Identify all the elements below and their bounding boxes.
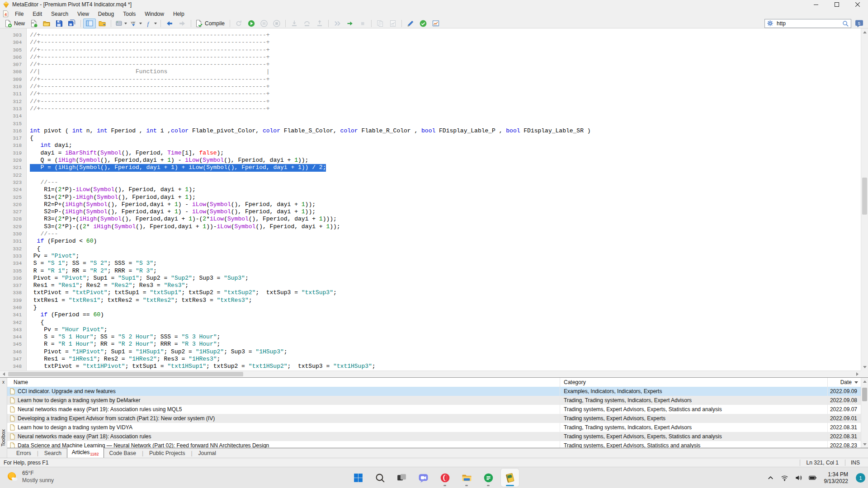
code-line-324[interactable]: 324 R1=(2*P)-iLow(Symbol(), Fperiod, day… bbox=[0, 186, 861, 193]
forward-button[interactable] bbox=[176, 19, 189, 28]
tab-search[interactable]: Search bbox=[39, 449, 67, 458]
table-scroll-up-arrow[interactable] bbox=[861, 378, 868, 385]
new-file-button[interactable]: New bbox=[3, 19, 28, 28]
column-header-name[interactable]: Name bbox=[7, 378, 560, 387]
tab-public-projects[interactable]: Public Projects bbox=[144, 449, 190, 458]
column-header-category[interactable]: Category bbox=[560, 378, 827, 387]
notification-count-badge[interactable]: 1 bbox=[856, 473, 865, 483]
close-button[interactable] bbox=[847, 0, 868, 9]
menu-search[interactable]: Search bbox=[47, 10, 73, 18]
code-line-331[interactable]: 331 if (Fperiod < 60) bbox=[0, 238, 861, 245]
compile-button[interactable]: Compile bbox=[193, 19, 227, 28]
code-line-343[interactable]: 343 Pv = "Hour Pivot"; bbox=[0, 326, 861, 333]
table-row[interactable]: Learn how to design a trading system by … bbox=[7, 396, 861, 405]
editor-vertical-scrollbar[interactable] bbox=[861, 28, 868, 371]
menu-help[interactable]: Help bbox=[169, 10, 189, 18]
taskbar-clock[interactable]: 1:34 PM 9/13/2022 bbox=[824, 471, 848, 485]
profiler-report-button[interactable] bbox=[387, 19, 399, 28]
code-line-329[interactable]: 329 S3=(2*P)-((2* iHigh(Symbol(), Fperio… bbox=[0, 223, 861, 230]
step-out-button[interactable] bbox=[313, 19, 326, 28]
profiler-button[interactable] bbox=[374, 19, 387, 28]
code-line-313[interactable]: 313//+----------------------------------… bbox=[0, 105, 861, 113]
code-line-330[interactable]: 330 //--- bbox=[0, 230, 861, 238]
column-header-date[interactable]: Date bbox=[827, 378, 861, 387]
code-line-305[interactable]: 305//+----------------------------------… bbox=[0, 47, 861, 54]
code-line-334[interactable]: 334 S = "S 1"; SS = "S 2"; SSS = "S 3"; bbox=[0, 260, 861, 267]
scroll-down-arrow[interactable] bbox=[861, 363, 868, 371]
table-scroll-thumb[interactable] bbox=[862, 388, 867, 401]
dropdown-caret-icon[interactable] bbox=[154, 23, 157, 24]
start-debugging-button[interactable] bbox=[245, 19, 258, 28]
code-line-323[interactable]: 323 //--- bbox=[0, 179, 861, 186]
code-line-346[interactable]: 346 Pivot = "1HPivot"; Sup1 = "1HSup1"; … bbox=[0, 348, 861, 356]
menu-window[interactable]: Window bbox=[140, 10, 169, 18]
breakpoint-button[interactable] bbox=[356, 19, 369, 28]
search-input[interactable] bbox=[776, 20, 842, 27]
code-line-326[interactable]: 326 R2=P+(iHigh(Symbol(), Fperiod,dayi +… bbox=[0, 201, 861, 208]
taskbar-search-icon[interactable] bbox=[371, 469, 389, 487]
menu-edit[interactable]: Edit bbox=[28, 10, 47, 18]
code-editor[interactable]: 303//+----------------------------------… bbox=[0, 28, 868, 371]
code-line-328[interactable]: 328 R3=(2*P)+(iHigh(Symbol(), Fperiod,da… bbox=[0, 216, 861, 223]
tab-code-base[interactable]: Code Base bbox=[104, 449, 142, 458]
new-project-button[interactable]: prj bbox=[28, 19, 40, 28]
code-line-318[interactable]: 318 int dayi; bbox=[0, 142, 861, 149]
code-line-332[interactable]: 332 { bbox=[0, 245, 861, 253]
check-cloud-button[interactable] bbox=[417, 19, 429, 28]
code-line-304[interactable]: 304//+----------------------------------… bbox=[0, 39, 861, 46]
insert-variable-button[interactable]: var bbox=[128, 19, 143, 28]
code-line-321[interactable]: 321 P = (iHigh(Symbol(), Fperiod, dayi +… bbox=[0, 164, 861, 171]
code-line-337[interactable]: 337 Res1 = "Res1"; Res2 = "Res2"; Res3 =… bbox=[0, 282, 861, 289]
battery-icon[interactable] bbox=[808, 474, 817, 483]
save-all-button[interactable] bbox=[66, 19, 78, 28]
code-line-344[interactable]: 344 S = "S 1 Hour"; SS = "S 2 Hour"; SSS… bbox=[0, 333, 861, 341]
menu-file[interactable]: File bbox=[10, 10, 28, 18]
run-to-cursor-button[interactable] bbox=[331, 19, 344, 28]
search-settings-gear-icon[interactable] bbox=[767, 20, 774, 27]
chevron-up-icon[interactable] bbox=[766, 474, 775, 483]
pause-debugging-button[interactable] bbox=[258, 19, 270, 28]
dropdown-caret-icon[interactable] bbox=[139, 23, 142, 24]
taskbar-task-view-icon[interactable] bbox=[392, 469, 410, 487]
taskbar-file-explorer-icon[interactable] bbox=[458, 469, 476, 487]
insert-function-button[interactable]: f bbox=[143, 19, 158, 28]
scroll-up-arrow[interactable] bbox=[861, 28, 868, 36]
code-line-340[interactable]: 340 } bbox=[0, 304, 861, 311]
code-line-306[interactable]: 306//+----------------------------------… bbox=[0, 54, 861, 61]
search-icon[interactable] bbox=[842, 20, 849, 27]
table-row[interactable]: Data Science and Machine Learning — Neur… bbox=[7, 441, 861, 448]
code-line-315[interactable]: 315 bbox=[0, 120, 861, 127]
scroll-left-arrow[interactable] bbox=[0, 371, 7, 377]
stop-debugging-button[interactable] bbox=[270, 19, 283, 28]
code-line-308[interactable]: 308//| Functions | bbox=[0, 68, 861, 75]
menu-debug[interactable]: Debug bbox=[94, 10, 118, 18]
code-line-310[interactable]: 310//+----------------------------------… bbox=[0, 83, 861, 90]
taskbar-chat-icon[interactable] bbox=[414, 469, 432, 487]
code-line-339[interactable]: 339 txtRes1 = "txtRes1"; txtRes2 = "txtR… bbox=[0, 297, 861, 304]
table-scroll-down-arrow[interactable] bbox=[861, 441, 868, 448]
table-row[interactable]: Learn how to design a trading system by … bbox=[7, 423, 861, 432]
code-line-307[interactable]: 307//+----------------------------------… bbox=[0, 61, 861, 68]
code-line-322[interactable]: 322 bbox=[0, 172, 861, 179]
toolbox-toggle-button[interactable] bbox=[96, 19, 108, 28]
code-line-335[interactable]: 335 R = "R 1"; RR = "R 2"; RRR = "R 3"; bbox=[0, 267, 861, 275]
horizontal-scroll-thumb[interactable] bbox=[8, 372, 243, 376]
table-row[interactable]: Developing a trading Expert Advisor from… bbox=[7, 414, 861, 423]
code-line-303[interactable]: 303//+----------------------------------… bbox=[0, 32, 861, 39]
navigator-toggle-button[interactable] bbox=[83, 19, 96, 28]
code-line-338[interactable]: 338 txtPivot = "txtPivot"; txtSup1 = "tx… bbox=[0, 289, 861, 296]
code-line-345[interactable]: 345 R = "R 1 Hour"; RR = "R 2 Hour"; RRR… bbox=[0, 341, 861, 348]
maximize-button[interactable] bbox=[826, 0, 847, 9]
table-row[interactable]: Neural networks made easy (Part 19): Ass… bbox=[7, 405, 861, 414]
styler-button[interactable] bbox=[404, 19, 417, 28]
tab-journal[interactable]: Journal bbox=[193, 449, 222, 458]
open-chart-button[interactable] bbox=[429, 19, 442, 28]
editor-horizontal-scrollbar[interactable] bbox=[0, 371, 861, 377]
volume-icon[interactable] bbox=[794, 474, 803, 483]
mql5-community-icon[interactable]: 5 bbox=[855, 19, 863, 28]
taskbar-metaeditor-icon[interactable] bbox=[501, 469, 519, 487]
step-into-button[interactable] bbox=[288, 19, 301, 28]
code-line-325[interactable]: 325 S1=(2*P)-iHigh(Symbol(), Fperiod,day… bbox=[0, 194, 861, 201]
table-row[interactable]: Neural networks made easy (Part 18): Ass… bbox=[7, 432, 861, 441]
code-line-314[interactable]: 314 bbox=[0, 113, 861, 120]
